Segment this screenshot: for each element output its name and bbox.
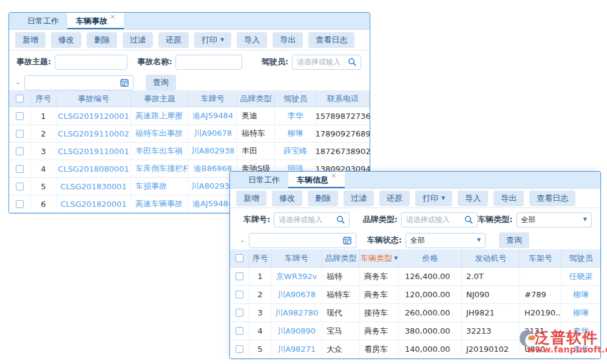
cell-code[interactable]: CLSG2019120001	[56, 107, 131, 124]
toolbar-button-导出[interactable]: 导出	[493, 190, 524, 206]
subject-input[interactable]	[55, 55, 127, 70]
sort-caret-icon[interactable]: ▼	[394, 256, 398, 261]
cell-subject[interactable]: 丰田车出车祸	[131, 143, 189, 160]
cell-code[interactable]: CLSG2019110002	[56, 125, 131, 142]
row-checkbox[interactable]	[236, 327, 243, 335]
toolbar-button-打印[interactable]: 打印▼	[415, 190, 452, 206]
cell-subject[interactable]: 福特车出事故	[131, 125, 189, 142]
query-button[interactable]: 查询	[146, 75, 176, 90]
row-checkbox[interactable]	[236, 291, 243, 298]
toolbar-button-查看日志[interactable]: 查看日志	[308, 32, 354, 48]
cell-driver[interactable]: 李华	[561, 340, 600, 358]
select-all-checkbox[interactable]	[236, 254, 243, 262]
brand-input[interactable]: 请选择或输入	[401, 212, 478, 228]
cell-plate[interactable]: 川A982780	[271, 304, 322, 322]
cell-driver[interactable]: 柳琳	[275, 125, 316, 142]
toolbar-button-新增[interactable]: 新增	[236, 190, 266, 206]
toolbar-button-修改[interactable]: 修改	[272, 190, 302, 206]
column-header[interactable]: 驾驶员	[561, 249, 600, 267]
toolbar-button-导出[interactable]: 导出	[273, 32, 303, 48]
cell-code[interactable]: CLSG201830001	[56, 178, 131, 195]
search-icon[interactable]	[464, 215, 473, 224]
column-header[interactable]: 品牌类型	[237, 90, 275, 107]
column-header[interactable]: 价格	[399, 249, 462, 267]
toolbar-button-过滤[interactable]: 过滤	[123, 32, 153, 48]
toolbar-button-查看日志[interactable]: 查看日志	[529, 190, 575, 206]
calendar-icon[interactable]	[120, 78, 129, 87]
row-checkbox[interactable]	[16, 183, 24, 190]
cell-code[interactable]: CLSG2019110001	[56, 143, 131, 160]
toolbar-button-修改[interactable]: 修改	[51, 32, 81, 48]
cell-subject[interactable]: 车损事故	[131, 178, 189, 195]
cell-driver[interactable]: 柳琳	[561, 304, 600, 322]
plate-input[interactable]: 请选择或输入	[274, 212, 350, 228]
cell-plate[interactable]: 川A98271	[271, 340, 322, 358]
row-checkbox[interactable]	[16, 130, 24, 138]
toolbar-button-还原[interactable]: 还原	[158, 32, 189, 48]
toolbar-button-打印[interactable]: 打印▼	[194, 32, 231, 48]
name-input[interactable]	[175, 55, 242, 70]
cell-driver[interactable]: 薛宝峰	[275, 143, 316, 160]
toolbar-button-删除[interactable]: 删除	[308, 190, 338, 206]
cell-plate[interactable]: 渝AJ59484	[189, 107, 237, 124]
toolbar-button-导入[interactable]: 导入	[237, 32, 267, 48]
row-checkbox[interactable]	[16, 147, 24, 155]
select-all-checkbox[interactable]	[16, 95, 24, 103]
column-header[interactable]: 事故编号	[56, 90, 131, 107]
table-row[interactable]: 3CLSG2019110001丰田车出车祸川A802938丰田薛宝峰187267…	[9, 143, 370, 160]
close-icon[interactable]: ×	[110, 13, 115, 21]
cell-plate[interactable]: 川A802938	[189, 143, 237, 160]
toolbar-button-过滤[interactable]: 过滤	[344, 190, 374, 206]
table-row[interactable]: 3川A982780现代接待车260,000.00JH9821H20190...柳…	[230, 304, 600, 322]
row-checkbox[interactable]	[236, 345, 243, 353]
cell-plate[interactable]: 川A90890	[271, 322, 322, 340]
cell-subject[interactable]: 高速车辆事故	[131, 195, 189, 212]
toolbar-button-新增[interactable]: 新增	[15, 32, 46, 48]
tab-日常工作[interactable]: 日常工作	[240, 172, 288, 188]
table-row[interactable]: 2CLSG2019110002福特车出事故川A90678福特车柳琳1789092…	[9, 125, 370, 143]
cell-plate[interactable]: 京WR392v	[271, 268, 322, 285]
cell-driver[interactable]: 李华	[561, 322, 600, 340]
cell-code[interactable]: CLSG201820001	[56, 195, 131, 212]
row-checkbox[interactable]	[16, 165, 24, 173]
tab-车辆事故[interactable]: 车辆事故×	[67, 13, 124, 29]
table-row[interactable]: 1CLSG2019120001高速路上摩擦渝AJ59484奥迪李华1578987…	[9, 107, 370, 125]
column-header[interactable]: 联系电话	[316, 90, 370, 107]
column-header[interactable]: 序号	[31, 90, 56, 107]
chevron-down-icon[interactable]: ▼	[477, 238, 481, 243]
toolbar-button-删除[interactable]: 删除	[87, 32, 117, 48]
toolbar-button-导入[interactable]: 导入	[458, 190, 488, 206]
date-input[interactable]	[24, 75, 134, 90]
vehicle-type-select[interactable]: 全部 ▼	[517, 212, 592, 228]
table-row[interactable]: 4川A90890宝马商务车380,000.00322132131李华	[230, 322, 600, 340]
column-header[interactable]: 车架号	[520, 249, 561, 267]
table-row[interactable]: 1京WR392v福特商务车126,400.002.0T任晓渠	[230, 268, 600, 286]
chevron-down-icon[interactable]: ▼	[583, 217, 587, 222]
cell-code[interactable]: CLSG2018080001	[56, 160, 131, 177]
search-icon[interactable]	[348, 58, 356, 66]
column-header[interactable]: 车辆类型▼	[360, 249, 399, 267]
cell-plate[interactable]: 川A90678	[271, 286, 322, 303]
query-button[interactable]: 查询	[499, 232, 529, 248]
column-header[interactable]: 品牌类型	[322, 249, 360, 267]
column-header[interactable]: 驾驶员	[275, 90, 316, 107]
column-header[interactable]: 车牌号	[271, 249, 322, 267]
vehicle-status-select[interactable]: 全部 ▼	[405, 233, 486, 248]
cell-driver[interactable]: 李华	[275, 107, 316, 124]
row-checkbox[interactable]	[236, 309, 243, 317]
column-header[interactable]: 车牌号	[189, 90, 237, 107]
row-checkbox[interactable]	[16, 112, 24, 120]
calendar-icon[interactable]	[343, 236, 351, 244]
search-icon[interactable]	[336, 215, 345, 224]
cell-subject[interactable]: 高速路上摩擦	[131, 107, 189, 124]
cell-plate[interactable]: 川A90678	[189, 125, 237, 142]
toolbar-button-还原[interactable]: 还原	[379, 190, 410, 206]
close-icon[interactable]: ×	[331, 172, 336, 180]
driver-input[interactable]: 请选择或输入	[292, 55, 361, 70]
date-input[interactable]	[249, 233, 356, 248]
column-header[interactable]: 序号	[249, 249, 271, 267]
cell-driver[interactable]: 柳琳	[561, 286, 600, 303]
row-checkbox[interactable]	[236, 272, 243, 280]
table-row[interactable]: 2川A90678福特车商务车120,000.00NJ090#789柳琳	[230, 286, 600, 304]
table-row[interactable]: 5川A98271大众看房车140,000.00J20190102U890李华	[230, 340, 600, 359]
